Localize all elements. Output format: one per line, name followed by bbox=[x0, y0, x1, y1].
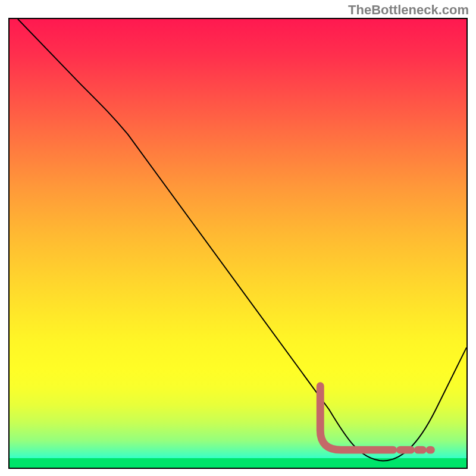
chart-plot-area bbox=[8, 18, 468, 469]
bottleneck-curve-svg bbox=[10, 19, 466, 468]
optimal-brush-stroke bbox=[320, 386, 431, 450]
watermark-text: TheBottleneck.com bbox=[348, 2, 469, 18]
bottleneck-curve-path bbox=[18, 19, 466, 461]
